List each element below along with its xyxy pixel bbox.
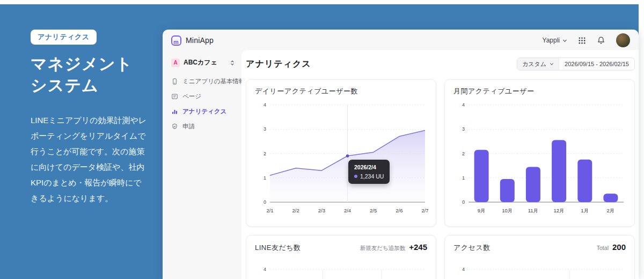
- card-title: LINE友だち数: [255, 243, 301, 253]
- card-title: 月間アクティブユーザー: [453, 87, 626, 96]
- sidebar-item-label: アナリティクス: [182, 108, 226, 116]
- svg-text:2/5: 2/5: [370, 208, 377, 213]
- svg-text:2/3: 2/3: [318, 208, 325, 213]
- card-head: LINE友だち数 新規友だち追加数 +245: [255, 242, 427, 253]
- svg-text:4: 4: [264, 102, 266, 108]
- page: アナリティクス マネジメント システム LINEミニアプリの効果計測やレポーティ…: [0, 0, 644, 279]
- card-title: アクセス数: [453, 243, 491, 253]
- svg-text:2/6: 2/6: [396, 208, 402, 213]
- svg-text:1: 1: [462, 175, 465, 181]
- svg-text:2/4: 2/4: [344, 208, 351, 213]
- stat-value: +245: [409, 242, 427, 252]
- app-grid-button[interactable]: [578, 37, 586, 45]
- chevron-down-icon: [550, 62, 554, 66]
- date-range-value[interactable]: 2026/09/15 - 2026/02/15: [559, 58, 634, 70]
- svg-text:2: 2: [462, 151, 465, 156]
- shield-check-icon: [171, 123, 178, 130]
- bar-chart-icon: [171, 108, 178, 115]
- daily-active-users-card: デイリーアクティブユーザー数 012342/12/22/32/42/52/62/…: [246, 79, 436, 227]
- svg-text:11月: 11月: [528, 208, 538, 213]
- app-topbar: m MiniApp Yappli: [163, 30, 639, 51]
- svg-text:1月: 1月: [581, 208, 589, 213]
- stat-label: Total: [597, 245, 609, 251]
- app-brand: m MiniApp: [171, 35, 214, 46]
- svg-text:10月: 10月: [502, 208, 513, 213]
- series-dot-icon: [354, 175, 357, 178]
- page-icon: [171, 93, 178, 100]
- bell-icon: [597, 36, 605, 45]
- sidebar-item-label: 申請: [182, 123, 195, 131]
- access-count-chart[interactable]: 4: [453, 256, 627, 279]
- main-panel: アナリティクス カスタム 2026/09/15 - 2026/02/15 デイリ…: [241, 50, 639, 279]
- page-title: アナリティクス: [246, 59, 311, 70]
- svg-text:2/7: 2/7: [421, 208, 428, 213]
- access-count-card: アクセス数 Total 200 4: [444, 235, 635, 279]
- svg-text:2/1: 2/1: [266, 208, 273, 213]
- svg-text:2月: 2月: [607, 208, 615, 213]
- monthly-active-users-card: 月間アクティブユーザー 012349月10月11月12月1月2月: [444, 79, 635, 227]
- hero-section: アナリティクス マネジメント システム LINEミニアプリの効果計測やレポーティ…: [31, 30, 154, 206]
- sidebar-item-basic-info[interactable]: ミニアプリの基本情報: [170, 75, 236, 88]
- notifications-button[interactable]: [597, 36, 605, 45]
- sidebar: A ABCカフェ ミニアプリの基本情報 ページ: [163, 51, 241, 279]
- sidebar-nav: ミニアプリの基本情報 ページ アナリティクス: [170, 75, 236, 133]
- app-window: m MiniApp Yappli: [163, 30, 639, 279]
- main-header: アナリティクス カスタム 2026/09/15 - 2026/02/15: [246, 58, 635, 70]
- card-head: アクセス数 Total 200: [453, 242, 626, 253]
- svg-text:3: 3: [264, 126, 266, 132]
- sidebar-item-pages[interactable]: ページ: [170, 90, 236, 103]
- svg-text:4: 4: [462, 102, 465, 108]
- miniapp-logo-icon: m: [171, 35, 181, 46]
- grid-icon: [578, 37, 586, 45]
- topbar-actions: Yappli: [543, 33, 630, 47]
- date-range-control: カスタム 2026/09/15 - 2026/02/15: [517, 58, 635, 70]
- tooltip-date: 2026/2/4: [354, 164, 384, 170]
- sidebar-item-label: ページ: [182, 92, 201, 101]
- account-dropdown[interactable]: Yappli: [543, 37, 567, 44]
- svg-text:0: 0: [264, 199, 266, 205]
- svg-text:4: 4: [264, 267, 266, 272]
- hero-badge: アナリティクス: [31, 30, 97, 45]
- svg-text:12月: 12月: [554, 208, 565, 213]
- svg-text:9月: 9月: [478, 208, 486, 213]
- svg-text:2/2: 2/2: [292, 208, 299, 213]
- hero-title-line1: マネジメント: [31, 53, 154, 75]
- sidebar-item-analytics[interactable]: アナリティクス: [170, 105, 236, 118]
- hero-description: LINEミニアプリの効果計測やレポーティングをリアルタイムで行うことが可能です。…: [31, 112, 148, 206]
- svg-text:1: 1: [264, 175, 266, 181]
- stat-label: 新規友だち追加数: [360, 245, 406, 252]
- svg-text:4: 4: [462, 267, 465, 272]
- sidebar-item-label: ミニアプリの基本情報: [182, 77, 245, 85]
- unfold-icon: [230, 60, 235, 66]
- chevron-down-icon: [562, 38, 567, 43]
- card-title: デイリーアクティブユーザー数: [255, 87, 427, 96]
- charts-row-1: デイリーアクティブユーザー数 012342/12/22/32/42/52/62/…: [246, 79, 635, 227]
- user-avatar[interactable]: [616, 33, 630, 47]
- card-stat: Total 200: [597, 242, 626, 252]
- line-friends-chart[interactable]: 4: [255, 256, 428, 279]
- phone-icon: [171, 78, 178, 85]
- org-name: ABCカフェ: [184, 58, 226, 67]
- brand-name: MiniApp: [186, 36, 214, 45]
- line-friends-card: LINE友だち数 新規友だち追加数 +245 4: [246, 235, 436, 279]
- stat-value: 200: [612, 242, 626, 252]
- sidebar-item-application[interactable]: 申請: [170, 120, 236, 133]
- hero-title: マネジメント システム: [31, 53, 154, 96]
- svg-text:3: 3: [462, 126, 465, 132]
- org-selector[interactable]: A ABCカフェ: [170, 55, 236, 70]
- hero-title-line2: システム: [31, 75, 154, 96]
- tooltip-row: 1,234 UU: [354, 173, 384, 180]
- account-name: Yappli: [543, 37, 560, 44]
- card-stat: 新規友だち追加数 +245: [360, 242, 427, 252]
- tooltip-value: 1,234 UU: [360, 173, 384, 180]
- svg-text:2: 2: [264, 151, 266, 156]
- date-mode-label: カスタム: [522, 60, 546, 68]
- monthly-active-users-chart[interactable]: 012349月10月11月12月1月2月: [453, 99, 627, 217]
- daily-active-users-chart[interactable]: 012342/12/22/32/42/52/62/7: [255, 99, 428, 217]
- date-mode-select[interactable]: カスタム: [517, 58, 559, 70]
- org-avatar: A: [171, 59, 180, 67]
- charts-row-2: LINE友だち数 新規友だち追加数 +245 4 アクセス数 Total 200: [246, 235, 635, 279]
- chart-tooltip: 2026/2/4 1,234 UU: [348, 160, 390, 184]
- svg-text:0: 0: [462, 199, 465, 205]
